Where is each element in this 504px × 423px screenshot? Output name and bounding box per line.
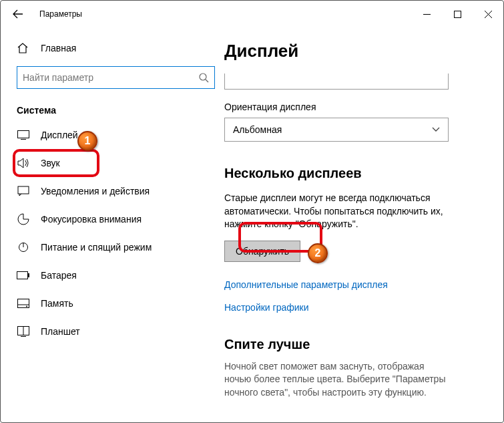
graphics-settings-link[interactable]: Настройки графики — [224, 302, 485, 313]
main-panel: Дисплей Ориентация дисплея Альбомная Нес… — [224, 27, 503, 422]
multi-display-heading: Несколько дисплеев — [224, 166, 485, 181]
sidebar-item-label: Питание и спящий режим — [41, 242, 152, 253]
svg-rect-4 — [18, 131, 29, 138]
svg-rect-9 — [17, 272, 28, 279]
advanced-display-link[interactable]: Дополнительные параметры дисплея — [224, 279, 485, 290]
maximize-icon — [454, 11, 461, 18]
focus-icon — [17, 213, 30, 225]
sidebar-item-tablet[interactable]: Планшет — [1, 317, 215, 345]
orientation-label: Ориентация дисплея — [224, 102, 485, 112]
sidebar-item-battery[interactable]: Батарея — [1, 261, 215, 289]
home-icon — [17, 42, 30, 54]
search-input[interactable] — [23, 72, 198, 83]
home-link[interactable]: Главная — [17, 42, 215, 54]
chevron-down-icon — [432, 127, 440, 132]
section-heading: Система — [17, 105, 215, 116]
sleep-heading: Спите лучше — [224, 337, 485, 352]
svg-point-13 — [26, 306, 27, 307]
multi-display-text: Старые дисплеи могут не всегда подключат… — [224, 192, 451, 231]
sidebar-item-label: Звук — [41, 158, 60, 168]
sidebar-item-label: Фокусировка внимания — [41, 214, 142, 225]
svg-rect-6 — [18, 186, 29, 194]
sidebar-item-label: Память — [41, 298, 73, 309]
orientation-dropdown[interactable]: Альбомная — [224, 118, 449, 142]
tablet-icon — [17, 326, 30, 337]
close-icon — [485, 11, 492, 18]
search-icon — [198, 72, 209, 83]
truncated-box — [224, 74, 449, 90]
minimize-icon — [423, 11, 431, 18]
window-title: Параметры — [39, 9, 82, 19]
sleep-text: Ночной свет поможет вам заснуть, отображ… — [224, 360, 451, 400]
svg-rect-1 — [454, 11, 461, 17]
sound-icon — [17, 158, 30, 168]
sidebar-item-notifications[interactable]: Уведомления и действия — [1, 177, 215, 205]
svg-point-2 — [200, 74, 206, 80]
sidebar-item-display[interactable]: Дисплей — [1, 121, 215, 149]
power-icon — [17, 242, 30, 253]
close-button[interactable] — [473, 3, 503, 25]
sidebar-item-label: Дисплей — [41, 130, 78, 140]
minimize-button[interactable] — [411, 3, 442, 25]
back-button[interactable] — [9, 5, 27, 23]
svg-rect-10 — [28, 273, 29, 277]
sidebar-item-storage[interactable]: Память — [1, 289, 215, 317]
sidebar-item-power[interactable]: Питание и спящий режим — [1, 233, 215, 261]
nav-list: Дисплей Звук Уведомления и действия Фоку… — [1, 121, 215, 345]
search-box[interactable] — [17, 66, 215, 89]
storage-icon — [17, 299, 30, 308]
battery-icon — [17, 271, 30, 279]
window-controls — [411, 3, 503, 25]
sidebar-item-label: Уведомления и действия — [41, 186, 150, 196]
arrow-left-icon — [13, 9, 23, 19]
notifications-icon — [17, 186, 30, 196]
sidebar-item-label: Батарея — [41, 270, 77, 281]
detect-button[interactable]: Обнаружить — [224, 241, 300, 262]
home-label: Главная — [41, 43, 76, 53]
page-title: Дисплей — [224, 41, 485, 61]
sidebar-item-sound[interactable]: Звук — [1, 149, 215, 177]
sidebar-item-focus[interactable]: Фокусировка внимания — [1, 205, 215, 233]
titlebar: Параметры — [1, 1, 503, 27]
sidebar: Главная Система Дисплей Звук Уведомления… — [1, 27, 224, 422]
sidebar-item-label: Планшет — [41, 326, 80, 337]
dropdown-value: Альбомная — [233, 124, 282, 135]
svg-line-3 — [206, 80, 208, 82]
display-icon — [17, 130, 30, 140]
maximize-button[interactable] — [442, 3, 473, 25]
